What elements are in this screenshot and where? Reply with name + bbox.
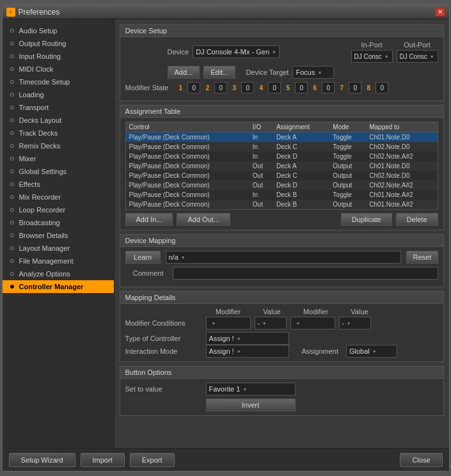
interaction-mode-dropdown[interactable]: Assign ! [206, 345, 289, 358]
sidebar-item-output-routing[interactable]: Output Routing [3, 37, 114, 50]
cell-assignment: Deck A [273, 132, 329, 143]
cell-mapped: Ch01.Note.D0 [366, 132, 437, 143]
mod-cond-val1-dropdown[interactable]: - [255, 317, 287, 329]
mod-val-6[interactable]: 0 [322, 82, 335, 93]
table-row[interactable]: Play/Pause (Deck Common)OutDeck AOutputC… [126, 161, 438, 171]
sidebar-item-browser-details[interactable]: Browser Details [3, 229, 114, 242]
table-row[interactable]: Play/Pause (Deck Common)OutDeck DOutputC… [126, 180, 438, 190]
table-row[interactable]: Play/Pause (Deck Common)OutDeck BOutputC… [126, 200, 438, 209]
mod-cond-val2-dropdown[interactable]: - [339, 317, 371, 329]
add-in-button[interactable]: Add In... [125, 213, 173, 226]
set-to-value-label: Set to value [125, 385, 202, 393]
add-out-button[interactable]: Add Out... [177, 213, 230, 226]
title-bar: ♪ Preferences ✕ [3, 5, 449, 19]
cell-io: In [249, 152, 273, 161]
cell-io: Out [249, 200, 273, 209]
outport-label: Out-Port [404, 41, 431, 49]
device-setup-section: Device Setup Device DJ Console 4-Mx - Ge… [120, 24, 444, 101]
invert-button[interactable]: Invert [206, 399, 296, 411]
table-row[interactable]: Play/Pause (Deck Common)OutDeck COutputC… [126, 171, 438, 180]
import-button[interactable]: Import [81, 453, 125, 467]
mod-val-3[interactable]: 0 [241, 82, 254, 93]
sidebar-item-layout-manager[interactable]: Layout Manager [3, 242, 114, 255]
cell-control: Play/Pause (Deck Common) [126, 171, 249, 180]
mod-val-2[interactable]: 0 [214, 82, 227, 93]
table-row[interactable]: Play/Pause (Deck Common)InDeck CToggleCh… [126, 142, 438, 152]
mod-cond-2-dropdown[interactable] [290, 317, 335, 329]
comment-label: Comment [125, 269, 164, 277]
mod-num-3: 3 [230, 84, 239, 91]
table-buttons: Add In... Add Out... Duplicate Delete [125, 213, 438, 226]
edit-button[interactable]: Edit... [203, 66, 235, 79]
mod-cond-1-dropdown[interactable] [206, 317, 251, 329]
sidebar-item-transport[interactable]: Transport [3, 101, 114, 114]
sidebar-item-broadcasting[interactable]: Broadcasting [3, 216, 114, 229]
reset-button[interactable]: Reset [406, 251, 438, 264]
sidebar-item-mix-recorder[interactable]: Mix Recorder [3, 191, 114, 203]
inport-dropdown[interactable]: DJ Consc [351, 50, 393, 63]
export-button[interactable]: Export [130, 453, 175, 467]
learn-row: Learn n/a Reset [125, 251, 438, 264]
sidebar-dot [10, 170, 14, 173]
delete-button[interactable]: Delete [396, 213, 438, 226]
device-dropdown[interactable]: DJ Console 4-Mx - Gen [193, 45, 280, 58]
mod-num-2: 2 [203, 84, 212, 91]
sidebar-item-global-settings[interactable]: Global Settings [3, 165, 114, 178]
comment-input[interactable] [173, 267, 438, 280]
sidebar-item-file-management[interactable]: File Management [3, 255, 114, 267]
modifier-state-label: Modifier State [125, 84, 169, 91]
sidebar-item-audio-setup[interactable]: Audio Setup [3, 24, 114, 37]
table-row[interactable]: Play/Pause (Deck Common)InDeck DToggleCh… [126, 152, 438, 161]
mod-val-1[interactable]: 0 [187, 82, 200, 93]
sidebar-item-decks-layout[interactable]: Decks Layout [3, 114, 114, 127]
learn-button[interactable]: Learn [125, 251, 161, 264]
close-button[interactable]: ✕ [435, 8, 445, 17]
device-target-dropdown[interactable]: Focus [292, 66, 334, 79]
mod-val-4[interactable]: 0 [268, 82, 281, 93]
type-controller-dropdown[interactable]: Assign ! [206, 332, 289, 345]
assignment-table-header: Assignment Table [120, 106, 443, 118]
assignment-table-wrapper[interactable]: Control I/O Assignment Mode Mapped to Pl… [125, 122, 438, 210]
setup-wizard-button[interactable]: Setup Wizard [9, 453, 75, 467]
mapping-value-dropdown[interactable]: n/a [166, 251, 401, 264]
close-button-footer[interactable]: Close [400, 453, 442, 467]
interaction-mode-row: Interaction Mode Assign ! Assignment Glo… [125, 345, 438, 358]
assignment-dropdown[interactable]: Global [346, 345, 397, 358]
sidebar-item-timecode-setup[interactable]: Timecode Setup [3, 75, 114, 88]
outport-dropdown[interactable]: DJ Consc [397, 50, 438, 63]
cell-mode: Toggle [329, 152, 366, 161]
set-to-value-dropdown[interactable]: Favorite 1 [206, 383, 296, 395]
invert-row: Invert [125, 399, 438, 411]
duplicate-button[interactable]: Duplicate [341, 213, 392, 226]
table-header-row: Control I/O Assignment Mode Mapped to [126, 122, 438, 132]
assignment-table-content: Control I/O Assignment Mode Mapped to Pl… [120, 118, 443, 230]
sidebar-item-loading[interactable]: Loading [3, 88, 114, 101]
device-mapping-header: Device Mapping [120, 235, 443, 247]
button-options-header: Button Options [120, 367, 443, 379]
cell-control: Play/Pause (Deck Common) [126, 132, 249, 143]
table-row[interactable]: Play/Pause (Deck Common)InDeck BToggleCh… [126, 190, 438, 200]
sidebar-item-analyze-options[interactable]: Analyze Options [3, 267, 114, 280]
sidebar-item-remix-decks[interactable]: Remix Decks [3, 139, 114, 152]
device-setup-header: Device Setup [120, 25, 443, 37]
sidebar-item-mixer[interactable]: Mixer [3, 152, 114, 165]
sidebar-item-controller-manager[interactable]: Controller Manager [3, 280, 114, 293]
comment-row: Comment [125, 267, 438, 280]
mod-val-8[interactable]: 0 [376, 82, 388, 93]
sidebar-item-effects[interactable]: Effects [3, 178, 114, 191]
sidebar-dot [10, 80, 14, 84]
sidebar-item-loop-recorder[interactable]: Loop Recorder [3, 203, 114, 216]
sidebar-item-midi-clock[interactable]: MIDI Clock [3, 63, 114, 75]
table-row[interactable]: Play/Pause (Deck Common)InDeck AToggleCh… [126, 132, 438, 143]
window-title: Preferences [19, 8, 435, 17]
content-area: Audio Setup Output Routing Input Routing… [3, 19, 449, 448]
add-button[interactable]: Add... [168, 66, 200, 79]
mod-val-7[interactable]: 0 [349, 82, 361, 93]
mod-val-5[interactable]: 0 [295, 82, 308, 93]
sidebar-dot [10, 144, 14, 148]
cell-io: Out [249, 180, 273, 190]
table-body: Play/Pause (Deck Common)InDeck AToggleCh… [126, 132, 438, 210]
sidebar-item-input-routing[interactable]: Input Routing [3, 50, 114, 63]
mod-num-7: 7 [337, 84, 346, 91]
sidebar-item-track-decks[interactable]: Track Decks [3, 127, 114, 139]
